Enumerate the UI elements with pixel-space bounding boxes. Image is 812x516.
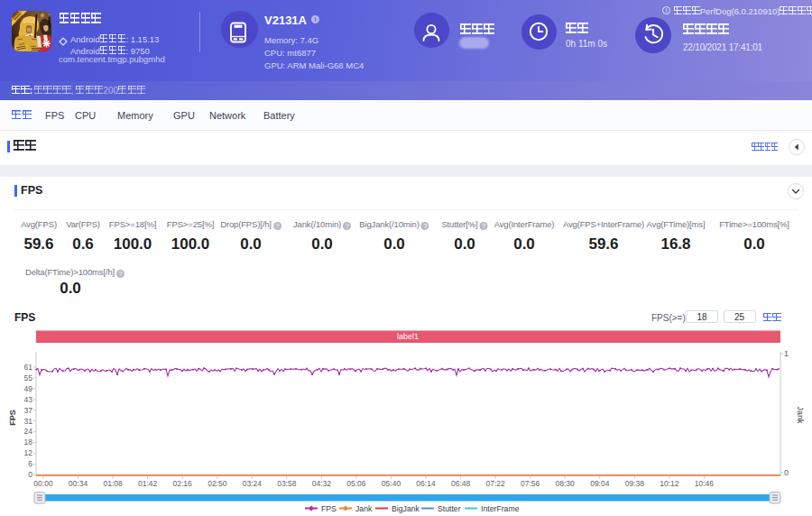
svg-text:10:46: 10:46: [695, 479, 715, 488]
svg-text:0: 0: [784, 468, 789, 477]
svg-text:03:58: 03:58: [277, 479, 297, 488]
svg-text:06:48: 06:48: [451, 479, 471, 488]
svg-text:12: 12: [24, 448, 33, 457]
svg-text:24: 24: [24, 427, 33, 436]
svg-text:18: 18: [24, 438, 33, 447]
svg-text:FPS: FPS: [8, 410, 17, 426]
svg-text:1: 1: [784, 349, 789, 358]
svg-text:02:16: 02:16: [173, 479, 193, 488]
svg-text:09:04: 09:04: [590, 479, 610, 488]
svg-text:05:06: 05:06: [346, 479, 366, 488]
svg-text:label1: label1: [397, 332, 419, 341]
svg-text:FPS: FPS: [321, 504, 337, 513]
svg-text:09:38: 09:38: [625, 479, 645, 488]
svg-text:05:40: 05:40: [382, 479, 401, 488]
svg-text:04:32: 04:32: [312, 479, 332, 488]
svg-text:01:42: 01:42: [138, 479, 158, 488]
svg-text:BigJank: BigJank: [392, 504, 420, 513]
svg-text:6: 6: [28, 459, 32, 468]
svg-text:00:00: 00:00: [33, 479, 53, 488]
svg-text:43: 43: [24, 395, 33, 404]
svg-text:10:12: 10:12: [660, 479, 679, 488]
svg-text:61: 61: [24, 363, 33, 372]
svg-text:InterFrame: InterFrame: [481, 504, 520, 513]
svg-text:49: 49: [24, 384, 33, 393]
svg-text:Jank: Jank: [355, 504, 373, 513]
svg-text:02:50: 02:50: [208, 479, 227, 488]
svg-text:55: 55: [24, 373, 33, 382]
svg-text:Jank: Jank: [796, 406, 805, 424]
svg-text:00:34: 00:34: [69, 479, 88, 488]
svg-text:0: 0: [28, 470, 32, 479]
svg-text:07:56: 07:56: [521, 479, 540, 488]
svg-text:03:24: 03:24: [243, 479, 263, 488]
svg-text:37: 37: [24, 406, 33, 415]
svg-text:01:08: 01:08: [103, 479, 123, 488]
svg-text:31: 31: [24, 417, 33, 426]
svg-text:07:22: 07:22: [485, 479, 505, 488]
svg-text:06:14: 06:14: [416, 479, 436, 488]
svg-text:08:30: 08:30: [556, 479, 576, 488]
svg-text:Stutter: Stutter: [438, 504, 461, 513]
